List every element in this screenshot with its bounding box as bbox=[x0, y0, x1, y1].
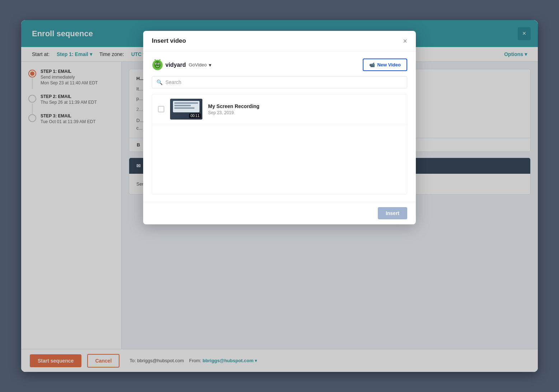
vidyard-name: vidyard bbox=[165, 62, 186, 68]
search-input[interactable] bbox=[165, 79, 403, 85]
vidyard-brand: vidyard GoVideo ▾ bbox=[152, 59, 211, 71]
vidyard-sub: GoVideo bbox=[189, 62, 207, 67]
camera-icon: 📹 bbox=[369, 62, 375, 67]
svg-point-5 bbox=[159, 63, 160, 64]
modal-body: vidyard GoVideo ▾ 📹 New Video 🔍 bbox=[143, 51, 416, 202]
modal-overlay: Insert video × bbox=[21, 20, 538, 372]
video-checkbox-1[interactable] bbox=[158, 106, 164, 112]
video-thumbnail-1: 00:11 bbox=[170, 99, 202, 120]
vidyard-logo-icon bbox=[152, 59, 163, 71]
video-duration-1: 00:11 bbox=[189, 113, 201, 118]
svg-point-1 bbox=[154, 61, 161, 68]
new-video-button[interactable]: 📹 New Video bbox=[363, 59, 407, 71]
video-item-1[interactable]: 00:11 My Screen Recording Sep 23, 2019 bbox=[152, 94, 407, 124]
search-bar: 🔍 bbox=[152, 76, 407, 88]
video-list: 00:11 My Screen Recording Sep 23, 2019 bbox=[152, 94, 407, 195]
svg-point-4 bbox=[156, 63, 157, 64]
modal-close-button[interactable]: × bbox=[403, 37, 407, 45]
search-icon: 🔍 bbox=[156, 79, 163, 85]
insert-button[interactable]: Insert bbox=[378, 207, 407, 219]
vidyard-dropdown-button[interactable]: ▾ bbox=[209, 62, 211, 68]
app-frame: Enroll sequence × Start at: Step 1: Emai… bbox=[21, 20, 538, 372]
video-info-1: My Screen Recording Sep 23, 2019 bbox=[208, 103, 259, 115]
video-name-1: My Screen Recording bbox=[208, 103, 259, 109]
modal-title: Insert video bbox=[152, 37, 186, 45]
modal-footer: Insert bbox=[143, 202, 416, 224]
video-date-1: Sep 23, 2019 bbox=[208, 110, 259, 115]
modal-header: Insert video × bbox=[143, 31, 416, 51]
vidyard-header: vidyard GoVideo ▾ 📹 New Video bbox=[152, 59, 407, 71]
insert-video-modal: Insert video × bbox=[143, 31, 416, 224]
